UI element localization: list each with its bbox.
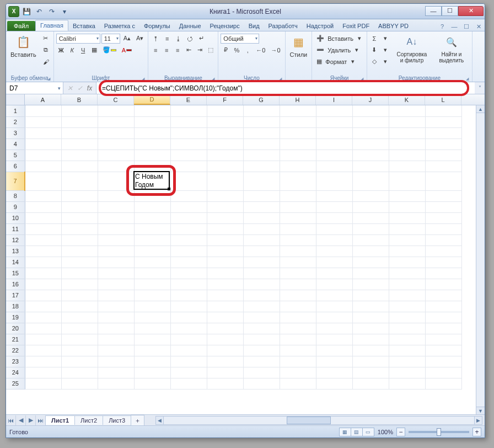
cell-D19[interactable] <box>134 312 170 323</box>
cell-H24[interactable] <box>280 367 316 378</box>
align-bottom-icon[interactable]: ⭳ <box>173 34 184 44</box>
cell-C4[interactable] <box>98 138 134 150</box>
cell-I23[interactable] <box>316 356 352 367</box>
cell-J20[interactable] <box>352 323 389 334</box>
cell-J3[interactable] <box>352 127 389 138</box>
cell-E22[interactable] <box>170 345 207 356</box>
close-button[interactable]: ✕ <box>458 6 484 16</box>
workbook-max-icon[interactable]: ☐ <box>462 22 471 31</box>
cell-E8[interactable] <box>170 190 207 201</box>
cell-L1[interactable] <box>425 105 461 116</box>
font-color-icon[interactable]: A <box>120 45 134 55</box>
cell-C10[interactable] <box>98 212 134 223</box>
cell-H14[interactable] <box>280 257 316 268</box>
cell-C12[interactable] <box>98 234 134 246</box>
column-header-L[interactable]: L <box>425 94 461 105</box>
row-header-2[interactable]: 2 <box>6 116 25 127</box>
cell-K5[interactable] <box>389 150 425 161</box>
cell-F18[interactable] <box>207 301 243 312</box>
sheet-nav-prev-icon[interactable]: ◀ <box>16 415 26 425</box>
row-header-9[interactable]: 9 <box>6 201 25 212</box>
sheet-tab-2[interactable]: Лист2 <box>74 415 103 425</box>
cell-F16[interactable] <box>207 279 243 290</box>
copy-icon[interactable]: ⧉ <box>41 45 51 55</box>
cell-J15[interactable] <box>352 268 389 279</box>
cell-L4[interactable] <box>425 138 461 150</box>
align-top-icon[interactable]: ⭱ <box>151 34 161 44</box>
cell-L6[interactable] <box>425 161 461 172</box>
cell-G21[interactable] <box>243 334 280 345</box>
cell-A5[interactable] <box>25 150 61 161</box>
zoom-out-button[interactable]: − <box>396 428 405 436</box>
cell-K2[interactable] <box>389 116 425 127</box>
cell-F4[interactable] <box>207 138 243 150</box>
cell-F5[interactable] <box>207 150 243 161</box>
cell-E16[interactable] <box>170 279 207 290</box>
cell-I19[interactable] <box>316 312 352 323</box>
cell-J14[interactable] <box>352 257 389 268</box>
cell-K4[interactable] <box>389 138 425 150</box>
increase-decimal-icon[interactable]: ←0 <box>254 45 267 55</box>
cell-F9[interactable] <box>207 201 243 212</box>
cell-A2[interactable] <box>25 116 61 127</box>
cell-G13[interactable] <box>243 246 280 257</box>
cell-J6[interactable] <box>352 161 389 172</box>
delete-cells-button[interactable]: Удалить <box>327 47 351 54</box>
cell-K8[interactable] <box>389 190 425 201</box>
row-header-16[interactable]: 16 <box>6 279 25 290</box>
cell-A8[interactable] <box>25 190 61 201</box>
view-normal-icon[interactable]: ▦ <box>339 428 351 436</box>
file-tab[interactable]: Файл <box>7 21 35 31</box>
cell-B18[interactable] <box>61 301 98 312</box>
cell-G14[interactable] <box>243 257 280 268</box>
cell-B6[interactable] <box>61 161 98 172</box>
cell-G15[interactable] <box>243 268 280 279</box>
cell-F19[interactable] <box>207 312 243 323</box>
cell-E7[interactable] <box>170 172 207 190</box>
fx-enter-icon[interactable]: ✓ <box>77 84 83 92</box>
bold-button[interactable]: Ж <box>56 45 66 55</box>
cell-D10[interactable] <box>134 212 170 223</box>
zoom-knob[interactable] <box>437 428 441 436</box>
cell-E12[interactable] <box>170 234 207 246</box>
cell-B7[interactable] <box>61 172 98 190</box>
cell-D1[interactable] <box>134 105 170 116</box>
column-header-B[interactable]: B <box>61 94 98 105</box>
cell-C2[interactable] <box>98 116 134 127</box>
cell-F22[interactable] <box>207 345 243 356</box>
cell-A3[interactable] <box>25 127 61 138</box>
cell-L7[interactable] <box>425 172 461 190</box>
cell-B4[interactable] <box>61 138 98 150</box>
cell-K13[interactable] <box>389 246 425 257</box>
row-header-22[interactable]: 22 <box>6 345 25 356</box>
cell-J4[interactable] <box>352 138 389 150</box>
cell-A25[interactable] <box>25 378 61 389</box>
cell-A10[interactable] <box>25 212 61 223</box>
cell-C20[interactable] <box>98 323 134 334</box>
column-header-E[interactable]: E <box>170 94 207 105</box>
cell-G1[interactable] <box>243 105 280 116</box>
cell-K18[interactable] <box>389 301 425 312</box>
cell-G7[interactable] <box>243 172 280 190</box>
cell-A14[interactable] <box>25 257 61 268</box>
cell-B14[interactable] <box>61 257 98 268</box>
tab-pagelayout[interactable]: Разметка с <box>100 21 139 31</box>
cell-D22[interactable] <box>134 345 170 356</box>
cell-D14[interactable] <box>134 257 170 268</box>
cell-D17[interactable] <box>134 290 170 301</box>
cell-I18[interactable] <box>316 301 352 312</box>
cell-L10[interactable] <box>425 212 461 223</box>
qat-redo-icon[interactable]: ↷ <box>46 6 57 17</box>
cell-F23[interactable] <box>207 356 243 367</box>
cell-I10[interactable] <box>316 212 352 223</box>
scroll-right-icon[interactable]: ▶ <box>474 417 482 424</box>
cell-G11[interactable] <box>243 223 280 234</box>
indent-inc-icon[interactable]: ⇥ <box>195 45 205 55</box>
cell-F25[interactable] <box>207 378 243 389</box>
select-all-corner[interactable] <box>6 94 25 105</box>
fill-icon[interactable]: ⬇ <box>369 45 379 55</box>
cell-E1[interactable] <box>170 105 207 116</box>
column-header-H[interactable]: H <box>280 94 316 105</box>
cell-H22[interactable] <box>280 345 316 356</box>
vertical-scrollbar[interactable]: ▲ ▼ <box>476 105 485 414</box>
